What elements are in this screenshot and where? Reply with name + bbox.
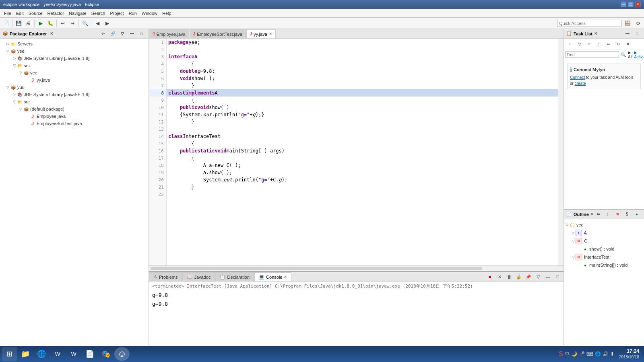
tree-item-yyjava[interactable]: ▷ J yy.java [0,76,149,84]
debug-button[interactable]: 🐛 [46,19,55,28]
app5-button[interactable]: 📄 [82,347,97,361]
outline-item-yee[interactable]: ▽ ⬡ yee [564,221,644,229]
outline-sort[interactable]: ↕ [603,210,612,219]
tree-item-jre-yuu[interactable]: ▷ 📚 JRE System Library [JavaSE-1.8] [0,91,149,98]
task-delete-button[interactable]: ✕ [623,39,632,48]
prev-button[interactable]: ◀ [93,19,102,28]
tree-item-yuu-project[interactable]: ▽ 📦 yuu [0,84,149,91]
menu-run[interactable]: Run [126,10,139,16]
editor-hscroll[interactable] [149,265,564,271]
menu-search[interactable]: Search [89,10,108,16]
menu-help[interactable]: Help [160,10,174,16]
task-list-maximize[interactable]: □ [633,29,642,38]
task-filter-button[interactable]: ▽ [575,39,584,48]
file-explorer-button[interactable]: 📁 [18,347,33,361]
find-input[interactable] [566,51,619,58]
collapse-all-button[interactable]: ⇐ [99,29,107,38]
print-button[interactable]: 🖨 [24,19,33,28]
outline-item-show[interactable]: ▷ ● show() : void [564,245,644,253]
code-area[interactable]: package yee; interface A { do [167,39,558,265]
link-editor-button[interactable]: 🔗 [108,29,117,38]
search-button[interactable]: 🔍 [80,19,89,28]
maximize-panel-button[interactable]: □ [137,29,146,38]
app6-button[interactable]: 🎭 [98,347,114,361]
activate-button[interactable]: ▶ Activate... [634,50,644,59]
editor-scrollbar[interactable] [558,39,564,265]
outline-sync[interactable]: ⟳ [642,210,644,219]
perspective-button[interactable]: 🪟 [623,19,632,28]
tab-problems[interactable]: ⚠ Problems [149,272,182,281]
tree-item-src-yee[interactable]: ▽ 📂 src [0,62,149,69]
tab-javadoc[interactable]: 📖 Javadoc [182,272,215,281]
task-sort-button[interactable]: ↕ [594,39,603,48]
outline-item-C[interactable]: ▽ C C [564,237,644,245]
outline-collapse-all[interactable]: ⇐ [594,210,603,219]
console-view-menu[interactable]: ▽ [534,272,543,281]
app7-button[interactable]: ☺ [114,347,130,361]
tree-item-servers[interactable]: ▷ 📁 Servers [0,40,149,47]
filter-all-button[interactable]: ▶ All [628,50,632,59]
console-terminate-button[interactable]: ■ [485,272,494,281]
undo-button[interactable]: ↩ [58,19,67,28]
settings-button[interactable]: ⚙ [634,19,642,28]
tree-item-src-yuu[interactable]: ▽ 📂 src [0,98,149,105]
close-button[interactable]: ✕ [635,2,641,7]
menu-source[interactable]: Source [26,10,45,16]
tab-yyjava[interactable]: J yy.java ✕ [246,29,276,38]
tree-item-default-package[interactable]: ▽ 📦 (default package) [0,105,149,113]
outline-hide-static[interactable]: S [623,210,632,219]
tab-employee[interactable]: J Employee.java [149,29,189,38]
task-list-close[interactable]: ✕ [594,31,597,36]
app4-button[interactable]: W [66,347,81,361]
task-group-button[interactable]: ≡ [585,39,594,48]
menu-refactor[interactable]: Refactor [45,10,67,16]
tree-item-yee-project[interactable]: ▽ 📦 yee [0,47,149,55]
new-button[interactable]: 📄 [2,19,10,28]
tab-declaration[interactable]: 📋 Declaration [215,272,254,281]
tab-yyjava-close[interactable]: ✕ [269,32,272,36]
package-explorer-close[interactable]: ✕ [50,31,53,36]
create-link[interactable]: create [575,81,586,86]
app3-button[interactable]: W [50,347,65,361]
task-new-button[interactable]: + [566,39,574,48]
task-collapse-button[interactable]: ⇐ [604,39,613,48]
view-menu-button[interactable]: ▽ [118,29,127,38]
outline-hide-fields[interactable]: ✕ [613,210,622,219]
outline-close[interactable]: ✕ [590,212,594,216]
console-minimize[interactable]: — [543,272,552,281]
tree-item-yee-package[interactable]: ▽ 📦 yee [0,69,149,76]
menu-navigate[interactable]: Navigate [66,10,89,16]
connect-link[interactable]: Connect [570,75,585,80]
redo-button[interactable]: ↪ [68,19,77,28]
menu-window[interactable]: Window [139,10,160,16]
menu-file[interactable]: File [2,10,14,16]
console-scroll-lock[interactable]: 🔒 [514,272,523,281]
outline-item-A[interactable]: ▷ I A [564,229,644,237]
console-pin-button[interactable]: 📌 [524,272,533,281]
title-controls[interactable]: — □ ✕ [621,2,641,7]
tree-item-jre-yee[interactable]: ▷ 📚 JRE System Library [JavaSE-1.8] [0,55,149,62]
next-button[interactable]: ▶ [103,19,111,28]
browser-button[interactable]: 🌐 [34,347,49,361]
run-button[interactable]: ▶ [36,19,45,28]
tab-employeesorttest[interactable]: J EmployeeSortTest.java [190,29,246,38]
menu-edit[interactable]: Edit [14,10,26,16]
quick-access-input[interactable] [557,20,621,27]
maximize-button[interactable]: □ [628,2,634,7]
console-maximize[interactable]: □ [553,272,562,281]
minimize-panel-button[interactable]: — [128,29,136,38]
start-button[interactable]: ⊞ [2,347,17,361]
tab-console[interactable]: 💻 Console ✕ [254,272,291,281]
outline-item-interfacetest[interactable]: ▽ C InterfaceTest [564,253,644,261]
task-refresh-button[interactable]: ↻ [614,39,623,48]
outline-item-main[interactable]: ▷ ● main(String[]) : void [564,261,644,269]
minimize-button[interactable]: — [621,2,626,7]
console-clear-button[interactable]: 🗑 [505,272,514,281]
menu-project[interactable]: Project [107,10,126,16]
console-remove-button[interactable]: ✕ [495,272,504,281]
save-button[interactable]: 💾 [14,19,23,28]
outline-hide-nonpublic[interactable]: ● [632,210,641,219]
tab-console-close[interactable]: ✕ [284,275,287,279]
tree-item-employeejava[interactable]: ▷ J Employee.java [0,113,149,120]
tree-item-employeesorttestjava[interactable]: ▷ J EmployeeSortTest.java [0,120,149,127]
